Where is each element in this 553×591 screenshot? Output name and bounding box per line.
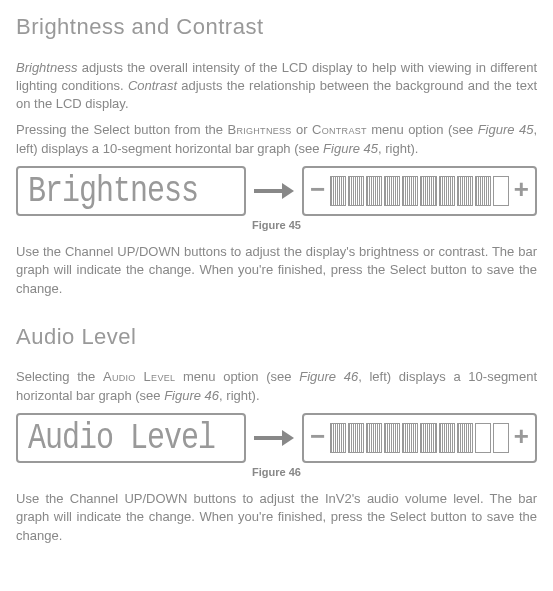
lcd-text-audio: Audio Level [28,412,215,465]
figure-46: Audio Level − + [16,413,537,463]
figure-45: Brightness − + [16,166,537,216]
caption-figure46: Figure 46 [16,465,537,480]
bar-segment [384,176,400,206]
text: or [292,122,312,137]
text: menu option (see [367,122,478,137]
bar-segment [475,423,491,453]
bar-segment [420,176,436,206]
text: Selecting the [16,369,103,384]
para-brightness-select: Pressing the Select button from the Brig… [16,121,537,157]
ref-figure46a: Figure 46 [299,369,358,384]
arrow-icon [254,429,294,447]
bar-segment [348,176,364,206]
lcd-display-brightness: Brightness [16,166,246,216]
lcd-text-brightness: Brightness [28,164,198,217]
caption-figure45: Figure 45 [16,218,537,233]
plus-icon: + [513,425,529,451]
bar-segment [384,423,400,453]
bargraph-audio: − + [302,413,537,463]
page-number: 67 [513,585,537,591]
bar-segment [330,176,346,206]
bar-segment [439,423,455,453]
bar-segment [493,423,509,453]
segments [330,423,510,453]
para-brightness-adjust: Use the Channel UP/DOWN buttons to adjus… [16,243,537,298]
menu-audio-level: Audio Level [103,369,175,384]
text: menu option (see [175,369,299,384]
heading-brightness-contrast: Brightness and Contrast [16,12,537,43]
bar-segment [457,423,473,453]
bar-segment [457,176,473,206]
text: Pressing the Select button from the [16,122,227,137]
page-footer: [ Menu Options ] 67 [16,585,537,591]
para-audio-intro: Selecting the Audio Level menu option (s… [16,368,537,404]
segments [330,176,510,206]
menu-contrast: Contrast [312,122,367,137]
footer-section: [ Menu Options ] [399,588,498,591]
para-audio-adjust: Use the Channel UP/DOWN buttons to adjus… [16,490,537,545]
bar-segment [402,176,418,206]
term-brightness: Brightness [16,60,77,75]
bar-segment [366,423,382,453]
minus-icon: − [310,425,326,451]
bar-segment [493,176,509,206]
bar-segment [420,423,436,453]
bar-segment [475,176,491,206]
text: , right). [219,388,259,403]
lcd-display-audio: Audio Level [16,413,246,463]
ref-figure45b: Figure 45 [323,141,378,156]
text: , right). [378,141,418,156]
bar-segment [348,423,364,453]
ref-figure45a: Figure 45 [478,122,534,137]
para-brightness-intro: Brightness adjusts the overall intensity… [16,59,537,114]
bar-segment [402,423,418,453]
term-contrast: Contrast [128,78,177,93]
minus-icon: − [310,178,326,204]
menu-brightness: Brightness [227,122,291,137]
bar-segment [439,176,455,206]
plus-icon: + [513,178,529,204]
bar-segment [330,423,346,453]
heading-audio-level: Audio Level [16,322,537,353]
svg-marker-1 [282,183,294,199]
bargraph-brightness: − + [302,166,537,216]
ref-figure46b: Figure 46 [164,388,219,403]
bar-segment [366,176,382,206]
svg-marker-3 [282,430,294,446]
arrow-icon [254,182,294,200]
